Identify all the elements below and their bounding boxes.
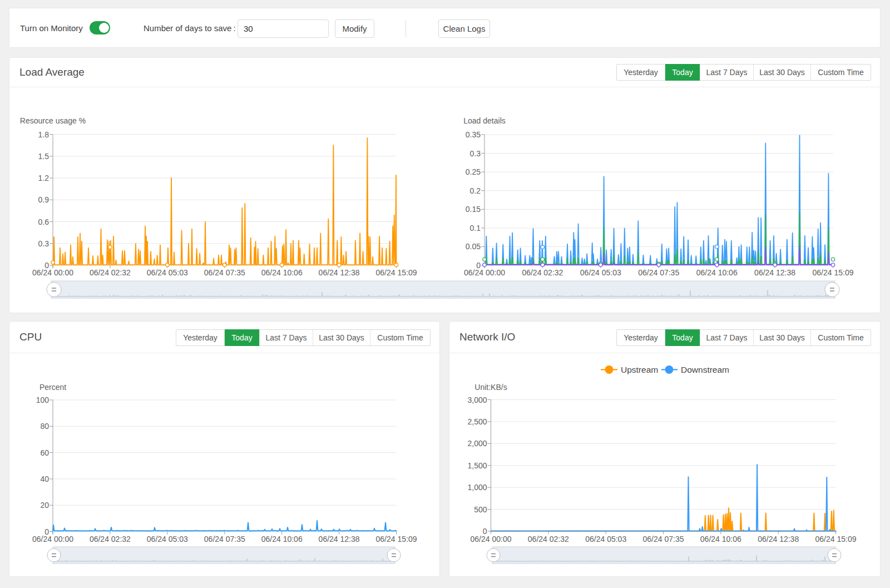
svg-text:500: 500 — [474, 505, 487, 514]
svg-text:0.3: 0.3 — [38, 239, 50, 248]
svg-text:1.8: 1.8 — [38, 130, 50, 139]
svg-text:Resource usage %: Resource usage % — [20, 116, 86, 125]
svg-text:06/24 10:06: 06/24 10:06 — [261, 268, 303, 277]
svg-text:06/24 10:06: 06/24 10:06 — [700, 535, 741, 543]
svg-text:1,000: 1,000 — [467, 483, 487, 492]
svg-text:06/24 15:09: 06/24 15:09 — [815, 535, 857, 543]
svg-text:0.25: 0.25 — [466, 167, 481, 176]
svg-text:1,500: 1,500 — [467, 461, 487, 470]
svg-text:Unit:KB/s: Unit:KB/s — [474, 383, 507, 392]
svg-text:0.35: 0.35 — [466, 130, 481, 139]
svg-text:06/24 02:32: 06/24 02:32 — [522, 268, 563, 277]
svg-text:06/24 15:09: 06/24 15:09 — [376, 268, 417, 277]
svg-text:06/24 02:32: 06/24 02:32 — [90, 535, 131, 543]
svg-text:06/24 05:03: 06/24 05:03 — [147, 268, 188, 277]
svg-text:06/24 07:35: 06/24 07:35 — [204, 535, 245, 543]
svg-text:100: 100 — [36, 396, 50, 404]
svg-text:06/24 12:38: 06/24 12:38 — [758, 535, 799, 543]
svg-text:Load details: Load details — [463, 116, 506, 125]
svg-text:0.2: 0.2 — [470, 186, 481, 195]
svg-text:06/24 07:35: 06/24 07:35 — [638, 268, 679, 277]
svg-text:80: 80 — [40, 422, 49, 431]
svg-text:0.05: 0.05 — [466, 242, 481, 251]
svg-text:0.3: 0.3 — [470, 149, 481, 158]
svg-text:0.6: 0.6 — [38, 218, 50, 226]
svg-text:2,500: 2,500 — [467, 417, 487, 426]
svg-text:06/24 05:03: 06/24 05:03 — [147, 535, 188, 543]
svg-text:06/24 00:00: 06/24 00:00 — [32, 268, 73, 277]
svg-text:06/24 07:35: 06/24 07:35 — [204, 268, 245, 277]
svg-text:3,000: 3,000 — [467, 396, 487, 404]
svg-text:06/24 05:03: 06/24 05:03 — [585, 535, 626, 543]
svg-text:06/24 07:35: 06/24 07:35 — [643, 535, 684, 543]
svg-text:06/24 00:00: 06/24 00:00 — [32, 535, 73, 543]
svg-text:0.15: 0.15 — [466, 205, 481, 214]
svg-text:Percent: Percent — [39, 383, 66, 392]
svg-text:0.9: 0.9 — [38, 195, 50, 204]
svg-text:0.1: 0.1 — [470, 224, 481, 233]
svg-text:60: 60 — [40, 448, 49, 457]
svg-text:1.5: 1.5 — [38, 152, 50, 161]
svg-text:06/24 10:06: 06/24 10:06 — [261, 535, 303, 543]
svg-text:06/24 15:09: 06/24 15:09 — [376, 535, 417, 543]
svg-text:06/24 12:38: 06/24 12:38 — [754, 268, 795, 277]
svg-text:06/24 12:38: 06/24 12:38 — [319, 535, 360, 543]
svg-text:06/24 12:38: 06/24 12:38 — [319, 268, 360, 277]
svg-text:06/24 02:32: 06/24 02:32 — [528, 535, 569, 543]
svg-text:1.2: 1.2 — [38, 174, 50, 182]
svg-text:2,000: 2,000 — [467, 439, 487, 448]
svg-text:20: 20 — [40, 501, 49, 510]
svg-text:Downstream: Downstream — [681, 365, 729, 374]
svg-text:06/24 15:09: 06/24 15:09 — [813, 268, 854, 277]
svg-text:06/24 00:00: 06/24 00:00 — [471, 535, 512, 543]
svg-text:40: 40 — [40, 475, 49, 483]
svg-text:06/24 00:00: 06/24 00:00 — [464, 268, 505, 277]
svg-text:Upstream: Upstream — [621, 365, 658, 374]
svg-text:06/24 10:06: 06/24 10:06 — [696, 268, 738, 277]
svg-text:06/24 02:32: 06/24 02:32 — [90, 268, 131, 277]
svg-text:06/24 05:03: 06/24 05:03 — [580, 268, 621, 277]
